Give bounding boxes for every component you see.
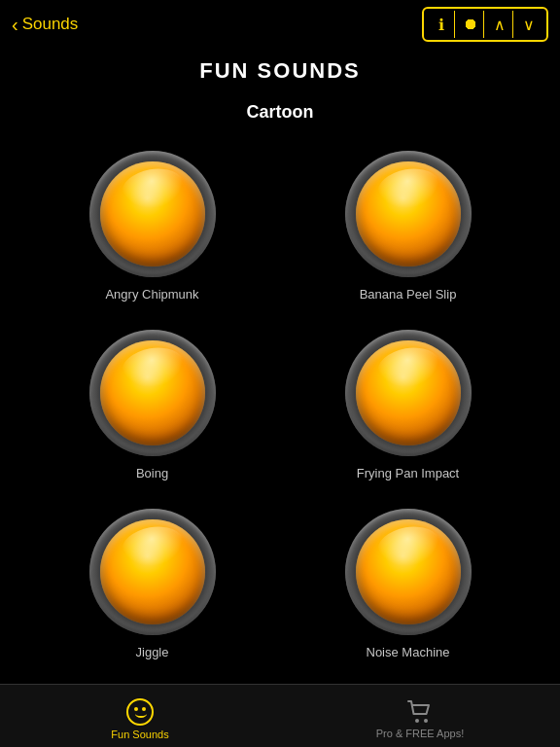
- tab-fun-sounds[interactable]: Fun Sounds: [0, 693, 280, 740]
- back-label: Sounds: [22, 15, 79, 34]
- button-gloss: [374, 163, 443, 213]
- button-gloss: [374, 343, 443, 393]
- button-gloss: [119, 522, 188, 572]
- sound-button-banana-peel-slip[interactable]: [345, 151, 472, 277]
- nav-icon-group: ℹ ⏺ ∧ ∨: [422, 7, 548, 42]
- tab-fun-sounds-label: Fun Sounds: [111, 729, 168, 740]
- sound-button-inner: [356, 161, 461, 267]
- record-icon-button[interactable]: ⏺: [457, 11, 484, 38]
- up-icon-button[interactable]: ∧: [486, 11, 513, 38]
- sound-button-jiggle[interactable]: [89, 509, 216, 635]
- svg-point-0: [415, 719, 419, 723]
- svg-point-1: [424, 719, 428, 723]
- sound-button-inner: [100, 519, 205, 624]
- page-title: Fun Sounds: [0, 58, 560, 84]
- sound-item-noise-machine[interactable]: Noise Machine: [285, 500, 531, 669]
- tab-pro-free-apps[interactable]: Pro & FREE Apps!: [280, 694, 560, 739]
- back-chevron-icon: ‹: [12, 14, 18, 36]
- sounds-grid: Angry Chipmunk Banana Peel Slip Boing Fr…: [0, 131, 560, 679]
- sound-label-noise-machine: Noise Machine: [367, 645, 450, 659]
- sound-item-frying-pan-impact[interactable]: Frying Pan Impact: [285, 320, 531, 489]
- info-icon-button[interactable]: ℹ: [428, 11, 455, 38]
- sound-label-boing: Boing: [136, 466, 168, 480]
- sound-button-noise-machine[interactable]: [345, 509, 472, 635]
- sound-label-banana-peel-slip: Banana Peel Slip: [360, 287, 457, 302]
- sound-button-inner: [100, 340, 205, 445]
- sound-label-angry-chipmunk: Angry Chipmunk: [105, 287, 198, 302]
- sound-item-boing[interactable]: Boing: [29, 320, 275, 489]
- down-icon-button[interactable]: ∨: [515, 11, 542, 38]
- sound-label-jiggle: Jiggle: [136, 645, 169, 659]
- sound-button-frying-pan-impact[interactable]: [345, 330, 472, 456]
- button-gloss: [374, 522, 443, 572]
- sound-button-inner: [356, 519, 461, 624]
- sound-label-frying-pan-impact: Frying Pan Impact: [357, 466, 460, 480]
- button-gloss: [119, 163, 188, 213]
- cart-icon: [406, 699, 434, 725]
- sound-item-angry-chipmunk[interactable]: Angry Chipmunk: [29, 141, 275, 310]
- section-header: Cartoon: [0, 102, 560, 123]
- sound-button-boing[interactable]: [89, 330, 216, 456]
- tab-pro-free-apps-label: Pro & FREE Apps!: [376, 728, 464, 739]
- smiley-icon: [126, 698, 154, 726]
- button-gloss: [119, 343, 188, 393]
- back-button[interactable]: ‹ Sounds: [12, 14, 78, 36]
- sound-item-jiggle[interactable]: Jiggle: [29, 500, 275, 669]
- sound-button-inner: [356, 340, 461, 445]
- sound-button-angry-chipmunk[interactable]: [89, 151, 216, 277]
- tab-bar: Fun Sounds Pro & FREE Apps!: [0, 684, 560, 747]
- sound-button-inner: [100, 161, 205, 267]
- nav-bar: ‹ Sounds ℹ ⏺ ∧ ∨: [0, 0, 560, 49]
- sound-item-banana-peel-slip[interactable]: Banana Peel Slip: [285, 141, 531, 310]
